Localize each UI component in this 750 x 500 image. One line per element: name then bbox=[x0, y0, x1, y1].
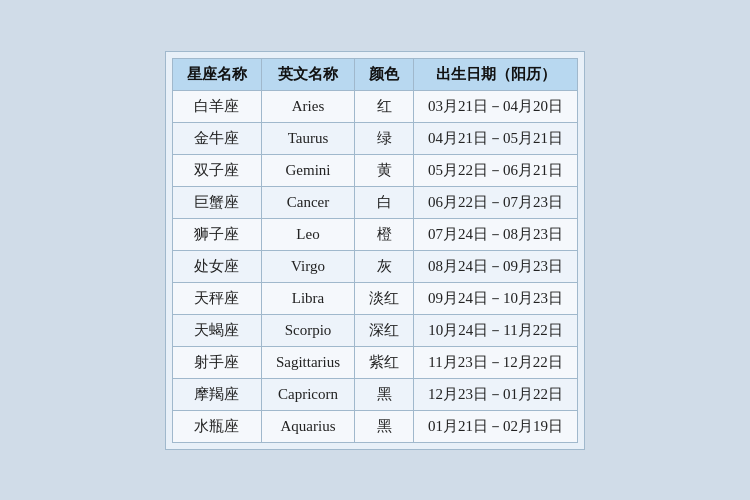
table-cell-2-3: 05月22日－06月21日 bbox=[414, 154, 578, 186]
table-cell-3-1: Cancer bbox=[261, 186, 354, 218]
table-cell-10-2: 黑 bbox=[355, 410, 414, 442]
table-cell-0-2: 红 bbox=[355, 90, 414, 122]
table-row: 双子座Gemini黄05月22日－06月21日 bbox=[172, 154, 577, 186]
table-cell-4-2: 橙 bbox=[355, 218, 414, 250]
header-cell-1: 英文名称 bbox=[261, 58, 354, 90]
header-cell-3: 出生日期（阳历） bbox=[414, 58, 578, 90]
table-cell-3-3: 06月22日－07月23日 bbox=[414, 186, 578, 218]
table-cell-2-2: 黄 bbox=[355, 154, 414, 186]
table-row: 天蝎座Scorpio深红10月24日－11月22日 bbox=[172, 314, 577, 346]
table-cell-1-0: 金牛座 bbox=[172, 122, 261, 154]
table-row: 巨蟹座Cancer白06月22日－07月23日 bbox=[172, 186, 577, 218]
table-cell-8-2: 紫红 bbox=[355, 346, 414, 378]
table-body: 白羊座Aries红03月21日－04月20日金牛座Taurus绿04月21日－0… bbox=[172, 90, 577, 442]
table-header: 星座名称英文名称颜色出生日期（阳历） bbox=[172, 58, 577, 90]
table-cell-6-3: 09月24日－10月23日 bbox=[414, 282, 578, 314]
table-cell-1-1: Taurus bbox=[261, 122, 354, 154]
table-cell-6-2: 淡红 bbox=[355, 282, 414, 314]
table-cell-8-1: Sagittarius bbox=[261, 346, 354, 378]
table-cell-4-0: 狮子座 bbox=[172, 218, 261, 250]
table-cell-0-1: Aries bbox=[261, 90, 354, 122]
table-cell-3-0: 巨蟹座 bbox=[172, 186, 261, 218]
table-cell-2-0: 双子座 bbox=[172, 154, 261, 186]
table-cell-1-2: 绿 bbox=[355, 122, 414, 154]
zodiac-table: 星座名称英文名称颜色出生日期（阳历） 白羊座Aries红03月21日－04月20… bbox=[172, 58, 578, 443]
table-cell-5-2: 灰 bbox=[355, 250, 414, 282]
table-cell-10-0: 水瓶座 bbox=[172, 410, 261, 442]
table-cell-1-3: 04月21日－05月21日 bbox=[414, 122, 578, 154]
table-cell-9-0: 摩羯座 bbox=[172, 378, 261, 410]
table-row: 水瓶座Aquarius黑01月21日－02月19日 bbox=[172, 410, 577, 442]
table-row: 摩羯座Capricorn黑12月23日－01月22日 bbox=[172, 378, 577, 410]
table-cell-5-1: Virgo bbox=[261, 250, 354, 282]
table-cell-5-3: 08月24日－09月23日 bbox=[414, 250, 578, 282]
table-cell-9-1: Capricorn bbox=[261, 378, 354, 410]
table-cell-10-1: Aquarius bbox=[261, 410, 354, 442]
table-cell-9-3: 12月23日－01月22日 bbox=[414, 378, 578, 410]
table-row: 天秤座Libra淡红09月24日－10月23日 bbox=[172, 282, 577, 314]
table-cell-0-0: 白羊座 bbox=[172, 90, 261, 122]
header-row: 星座名称英文名称颜色出生日期（阳历） bbox=[172, 58, 577, 90]
table-row: 处女座Virgo灰08月24日－09月23日 bbox=[172, 250, 577, 282]
table-row: 狮子座Leo橙07月24日－08月23日 bbox=[172, 218, 577, 250]
header-cell-2: 颜色 bbox=[355, 58, 414, 90]
table-row: 射手座Sagittarius紫红11月23日－12月22日 bbox=[172, 346, 577, 378]
table-cell-8-0: 射手座 bbox=[172, 346, 261, 378]
table-row: 金牛座Taurus绿04月21日－05月21日 bbox=[172, 122, 577, 154]
table-cell-2-1: Gemini bbox=[261, 154, 354, 186]
table-cell-6-0: 天秤座 bbox=[172, 282, 261, 314]
table-row: 白羊座Aries红03月21日－04月20日 bbox=[172, 90, 577, 122]
table-cell-7-3: 10月24日－11月22日 bbox=[414, 314, 578, 346]
table-cell-3-2: 白 bbox=[355, 186, 414, 218]
table-cell-8-3: 11月23日－12月22日 bbox=[414, 346, 578, 378]
table-cell-4-1: Leo bbox=[261, 218, 354, 250]
zodiac-table-container: 星座名称英文名称颜色出生日期（阳历） 白羊座Aries红03月21日－04月20… bbox=[165, 51, 585, 450]
table-cell-7-1: Scorpio bbox=[261, 314, 354, 346]
table-cell-10-3: 01月21日－02月19日 bbox=[414, 410, 578, 442]
table-cell-7-2: 深红 bbox=[355, 314, 414, 346]
table-cell-7-0: 天蝎座 bbox=[172, 314, 261, 346]
table-cell-5-0: 处女座 bbox=[172, 250, 261, 282]
table-cell-9-2: 黑 bbox=[355, 378, 414, 410]
table-cell-4-3: 07月24日－08月23日 bbox=[414, 218, 578, 250]
header-cell-0: 星座名称 bbox=[172, 58, 261, 90]
table-cell-6-1: Libra bbox=[261, 282, 354, 314]
table-cell-0-3: 03月21日－04月20日 bbox=[414, 90, 578, 122]
